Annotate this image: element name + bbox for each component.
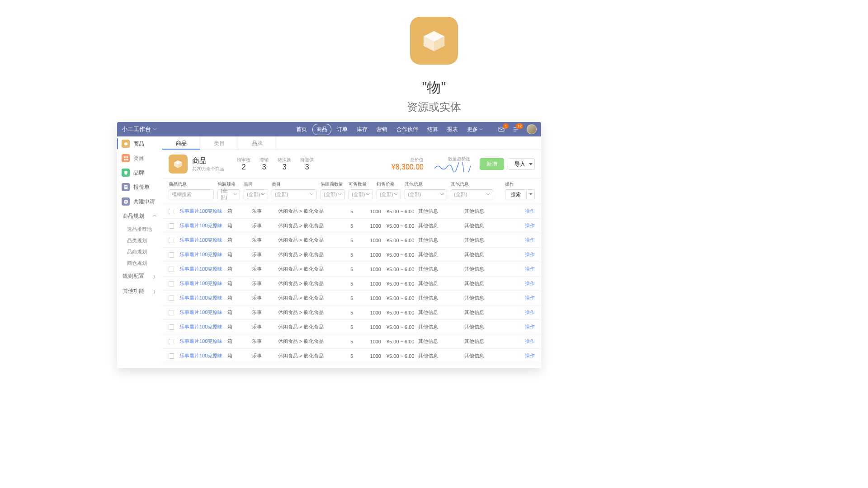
cell-supply: 5	[329, 339, 359, 344]
row-checkbox[interactable]	[169, 281, 174, 286]
row-checkbox[interactable]	[169, 310, 174, 315]
cell-category: 休闲食品 > 膨化食品	[278, 280, 329, 287]
sidebar-item-报价单[interactable]: 报价单	[117, 180, 162, 194]
filter-select[interactable]: (全部)	[272, 189, 317, 199]
row-action-link[interactable]: 操作	[525, 251, 535, 258]
filter-select[interactable]: (全部)	[377, 189, 401, 199]
row-checkbox[interactable]	[169, 223, 174, 229]
filter-input[interactable]: 模糊搜索	[169, 189, 214, 199]
sidebar-item-类目[interactable]: 类目	[117, 151, 162, 165]
nav-结算[interactable]: 结算	[424, 124, 442, 135]
import-button[interactable]: 导入	[508, 158, 535, 170]
row-action-link[interactable]: 操作	[525, 208, 535, 215]
table-row: 乐事薯片100克原味箱乐事休闲食品 > 膨化食品51000¥5.00 ~ 6.0…	[162, 320, 541, 334]
product-name-link[interactable]: 乐事薯片100克原味	[179, 222, 227, 229]
cell-brand: 乐事	[252, 309, 278, 316]
row-action-link[interactable]: 操作	[525, 324, 535, 330]
sidebar-item-共建申请[interactable]: 共建申请	[117, 194, 162, 209]
product-name-link[interactable]: 乐事薯片100克原味	[179, 280, 227, 287]
chevron-down-icon	[153, 128, 157, 130]
table-row: 乐事薯片100克原味箱乐事休闲食品 > 膨化食品51000¥5.00 ~ 6.0…	[162, 233, 541, 248]
sidebar-group-规则配置[interactable]: 规则配置	[117, 269, 162, 284]
messages-icon[interactable]: 1	[498, 126, 505, 133]
total-value: ¥8,300.00	[392, 163, 424, 171]
stat-滞销: 滞销3	[259, 157, 269, 171]
panel-header: 商品 共20万余个商品 待审核2滞销3待汰换3待退供3 总价值 ¥8,300.0…	[162, 150, 541, 178]
filter-select[interactable]: (全部)	[217, 189, 240, 199]
row-checkbox[interactable]	[169, 353, 174, 359]
row-action-link[interactable]: 操作	[525, 295, 535, 301]
cell-brand: 乐事	[252, 208, 278, 215]
sidebar-item-商品[interactable]: 商品	[117, 136, 162, 151]
nav-报表[interactable]: 报表	[443, 124, 462, 135]
cell-available: 1000	[359, 209, 387, 214]
row-checkbox[interactable]	[169, 252, 174, 258]
nav-营销[interactable]: 营销	[373, 124, 391, 135]
row-action-link[interactable]: 操作	[525, 266, 535, 272]
product-name-link[interactable]: 乐事薯片100克原味	[179, 251, 227, 258]
row-checkbox[interactable]	[169, 339, 174, 344]
hero-box-icon	[410, 17, 458, 65]
sidebar-sub-商仓规划[interactable]: 商仓规划	[117, 258, 162, 269]
sidebar-group-其他功能[interactable]: 其他功能	[117, 284, 162, 299]
chevron-down-icon	[486, 193, 490, 195]
hero-title: "物"	[0, 78, 868, 97]
cell-supply: 5	[329, 310, 359, 315]
sidebar-sub-选品推荐池[interactable]: 选品推荐池	[117, 224, 162, 235]
cell-pkg: 箱	[227, 266, 252, 272]
cell-available: 1000	[359, 310, 387, 315]
nav-库存[interactable]: 库存	[353, 124, 371, 135]
product-name-link[interactable]: 乐事薯片100克原味	[179, 295, 227, 301]
subtab-类目[interactable]: 类目	[200, 136, 238, 150]
nav-商品[interactable]: 商品	[312, 124, 331, 135]
subtab-品牌[interactable]: 品牌	[238, 136, 276, 150]
sidebar-sub-品商规划[interactable]: 品商规划	[117, 246, 162, 258]
row-action-link[interactable]: 操作	[525, 309, 535, 316]
product-name-link[interactable]: 乐事薯片100克原味	[179, 237, 227, 244]
row-action-link[interactable]: 操作	[525, 338, 535, 345]
sidebar-sub-品类规划[interactable]: 品类规划	[117, 235, 162, 246]
nav-首页[interactable]: 首页	[292, 124, 311, 135]
row-checkbox[interactable]	[169, 267, 174, 272]
filter-select[interactable]: (全部)	[451, 189, 493, 199]
product-name-link[interactable]: 乐事薯片100克原味	[179, 352, 227, 359]
row-action-link[interactable]: 操作	[525, 352, 535, 359]
filter-select[interactable]: (全部)	[349, 189, 373, 199]
cell-category: 休闲食品 > 膨化食品	[278, 324, 329, 330]
search-button[interactable]: 搜索	[505, 189, 527, 199]
cell-brand: 乐事	[252, 338, 278, 345]
avatar[interactable]	[527, 124, 537, 134]
product-name-link[interactable]: 乐事薯片100克原味	[179, 208, 227, 215]
new-button[interactable]: 新增	[480, 158, 504, 170]
product-name-link[interactable]: 乐事薯片100克原味	[179, 309, 227, 316]
filter-select[interactable]: (全部)	[405, 189, 447, 199]
cell-other1: 其他信息	[418, 295, 464, 301]
product-name-link[interactable]: 乐事薯片100克原味	[179, 338, 227, 345]
sidebar-item-品牌[interactable]: 品牌	[117, 165, 162, 180]
stat-待汰换: 待汰换3	[278, 157, 291, 171]
subtab-商品[interactable]: 商品	[162, 136, 200, 150]
filter-select[interactable]: (全部)	[244, 189, 268, 199]
product-name-link[interactable]: 乐事薯片100克原味	[179, 324, 227, 330]
cell-other1: 其他信息	[418, 280, 464, 287]
nav-更多[interactable]: 更多	[463, 124, 486, 135]
workspace-selector[interactable]: 小二工作台	[122, 125, 157, 133]
row-checkbox[interactable]	[169, 324, 174, 330]
nav-合作伙伴[interactable]: 合作伙伴	[393, 124, 422, 135]
row-action-link[interactable]: 操作	[525, 237, 535, 244]
filter-select[interactable]: (全部)	[321, 189, 345, 199]
row-checkbox[interactable]	[169, 209, 174, 214]
row-action-link[interactable]: 操作	[525, 280, 535, 287]
row-checkbox[interactable]	[169, 238, 174, 243]
data-table: 乐事薯片100克原味箱乐事休闲食品 > 膨化食品51000¥5.00 ~ 6.0…	[162, 204, 541, 368]
sidebar-group-商品规划[interactable]: 商品规划	[117, 209, 162, 224]
nav-订单[interactable]: 订单	[333, 124, 351, 135]
filter-可售数量: 可售数量(全部)	[349, 181, 373, 199]
row-checkbox[interactable]	[169, 296, 174, 301]
product-name-link[interactable]: 乐事薯片100克原味	[179, 266, 227, 272]
cell-brand: 乐事	[252, 280, 278, 287]
chevron-icon	[152, 274, 157, 279]
search-more-button[interactable]	[527, 189, 535, 199]
tasks-icon[interactable]: 12	[512, 126, 519, 133]
row-action-link[interactable]: 操作	[525, 222, 535, 229]
